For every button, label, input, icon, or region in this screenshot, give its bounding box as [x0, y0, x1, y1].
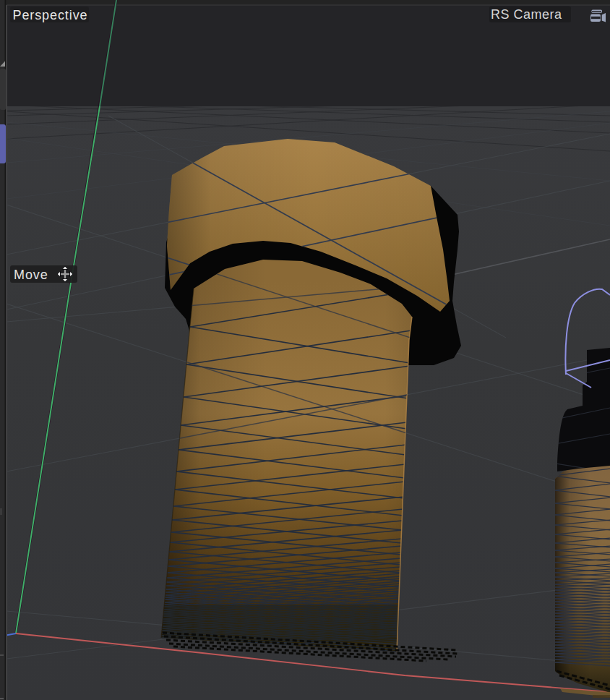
svg-text:RS Camera: RS Camera	[491, 7, 562, 22]
svg-text:Perspective: Perspective	[13, 8, 88, 22]
svg-text:Move: Move	[14, 268, 48, 282]
